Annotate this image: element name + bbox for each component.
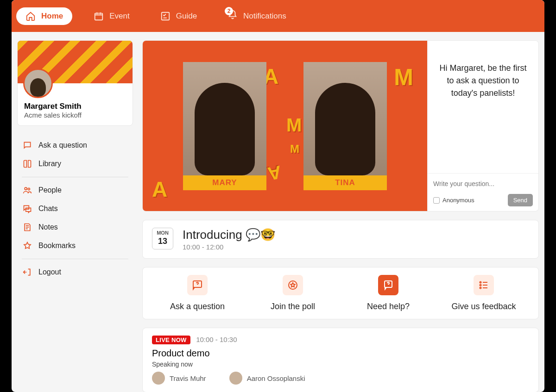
sidebar-item-label: Chats xyxy=(38,205,58,213)
sidebar-item-label: Bookmarks xyxy=(38,242,76,250)
nav-notifications-label: Notifications xyxy=(243,12,286,21)
question-panel: Hi Margaret, be the first to ask a quest… xyxy=(427,41,538,211)
profile-banner xyxy=(18,41,133,83)
notes-icon xyxy=(23,223,32,232)
sidebar-item-notes[interactable]: Notes xyxy=(22,218,128,236)
profile-card[interactable]: Margaret Smith Acme sales kickoff xyxy=(17,40,133,126)
top-nav: Home Event Guide 2 Notifications xyxy=(12,0,544,32)
star-icon xyxy=(23,241,32,250)
avatar xyxy=(23,68,53,98)
nav-home-label: Home xyxy=(41,12,63,21)
question-input[interactable] xyxy=(433,178,533,189)
action-label: Join the poll xyxy=(271,302,315,311)
list-icon xyxy=(474,275,494,295)
svg-point-8 xyxy=(480,285,481,286)
question-icon xyxy=(187,275,208,295)
sidebar-item-label: Logout xyxy=(38,268,61,276)
live-badge: LIVE NOW xyxy=(152,336,190,344)
action-ask[interactable]: Ask a question xyxy=(152,275,243,311)
hero-panel: A A A M M M MARY TINA Hi Ma xyxy=(142,40,539,212)
chats-icon xyxy=(23,204,32,213)
people-icon xyxy=(23,186,32,195)
sidebar: Margaret Smith Acme sales kickoff Ask a … xyxy=(17,40,133,392)
help-icon xyxy=(378,275,398,295)
anonymous-toggle[interactable]: Anonymous xyxy=(433,197,474,204)
session-title: Introducing 💬🤓 xyxy=(183,228,275,242)
divider xyxy=(22,259,128,259)
hero-stage: A A A M M M MARY TINA xyxy=(143,41,427,211)
action-poll[interactable]: Join the poll xyxy=(247,275,338,311)
action-label: Give us feedback xyxy=(451,302,516,311)
app-window: Home Event Guide 2 Notifications xyxy=(12,0,544,392)
panelist-portrait xyxy=(183,62,266,175)
nav-guide[interactable]: Guide xyxy=(151,7,206,25)
decor-letter: M xyxy=(286,115,302,136)
decor-letter: M xyxy=(290,143,299,156)
speaker-name: Travis Muhr xyxy=(170,374,206,382)
svg-point-3 xyxy=(28,188,30,190)
panelist-name: MARY xyxy=(183,175,266,190)
nav-guide-label: Guide xyxy=(176,12,197,21)
speaker-avatar xyxy=(229,372,242,385)
action-label: Ask a question xyxy=(170,302,225,311)
panelist-portrait xyxy=(303,62,387,175)
checkbox-icon xyxy=(433,197,440,204)
speaker-avatar xyxy=(152,372,165,385)
svg-point-9 xyxy=(480,287,481,289)
nav-event-label: Event xyxy=(109,12,129,21)
live-title: Product demo xyxy=(152,348,529,359)
action-label: Need help? xyxy=(367,302,410,311)
action-help[interactable]: Need help? xyxy=(343,275,434,311)
speaking-label: Speaking now xyxy=(152,361,529,368)
calendar-icon xyxy=(94,11,104,21)
sidebar-item-logout[interactable]: Logout xyxy=(22,263,128,281)
sidebar-item-library[interactable]: Library xyxy=(22,155,128,173)
date-dom: 13 xyxy=(152,236,173,246)
date-chip: MON 13 xyxy=(152,228,173,249)
decor-letter: A xyxy=(152,177,167,202)
panelist-card: TINA xyxy=(303,62,387,190)
speaker-name: Aaron Ossoplanski xyxy=(247,374,305,382)
main-content: A A A M M M MARY TINA Hi Ma xyxy=(142,40,539,392)
checklist-icon xyxy=(160,11,171,21)
question-prompt: Hi Margaret, be the first to ask a quest… xyxy=(428,41,538,173)
home-icon xyxy=(25,11,36,21)
decor-letter: A xyxy=(266,162,283,184)
nav-notifications[interactable]: 2 Notifications xyxy=(218,6,296,26)
svg-rect-1 xyxy=(161,12,169,20)
svg-point-2 xyxy=(25,187,27,190)
chat-icon xyxy=(23,141,32,150)
profile-name: Margaret Smith xyxy=(24,102,126,111)
date-dow: MON xyxy=(152,230,173,236)
sidebar-item-label: Library xyxy=(38,160,61,168)
panelist-name: TINA xyxy=(303,175,387,190)
session-card[interactable]: MON 13 Introducing 💬🤓 10:00 - 12:00 xyxy=(142,220,539,259)
speaker-item[interactable]: Aaron Ossoplanski xyxy=(229,372,305,385)
logout-icon xyxy=(23,268,32,277)
sidebar-item-label: People xyxy=(38,186,62,194)
svg-rect-0 xyxy=(95,13,103,20)
sidebar-item-people[interactable]: People xyxy=(22,181,128,199)
anonymous-label: Anonymous xyxy=(442,197,474,204)
decor-letter: M xyxy=(394,64,413,91)
session-time: 10:00 - 12:00 xyxy=(183,243,275,251)
send-button[interactable]: Send xyxy=(508,194,533,206)
svg-point-7 xyxy=(480,282,481,283)
action-feedback[interactable]: Give us feedback xyxy=(438,275,529,311)
nav-home[interactable]: Home xyxy=(16,7,72,25)
sidebar-item-bookmarks[interactable]: Bookmarks xyxy=(22,236,128,255)
live-time: 10:00 - 10:30 xyxy=(196,336,237,343)
live-card[interactable]: LIVE NOW 10:00 - 10:30 Product demo Spea… xyxy=(142,328,539,392)
book-icon xyxy=(23,159,32,168)
nav-event[interactable]: Event xyxy=(84,7,139,25)
sidebar-item-label: Ask a question xyxy=(38,141,87,149)
profile-subtitle: Acme sales kickoff xyxy=(24,111,126,119)
sidebar-item-chats[interactable]: Chats xyxy=(22,199,128,218)
star-circle-icon xyxy=(283,275,303,295)
notification-badge: 2 xyxy=(225,7,233,15)
action-grid: Ask a question Join the poll Need help? xyxy=(142,267,539,319)
divider xyxy=(22,177,128,177)
sidebar-item-label: Notes xyxy=(38,223,58,231)
sidebar-item-ask[interactable]: Ask a question xyxy=(22,136,128,155)
speaker-item[interactable]: Travis Muhr xyxy=(152,372,206,385)
